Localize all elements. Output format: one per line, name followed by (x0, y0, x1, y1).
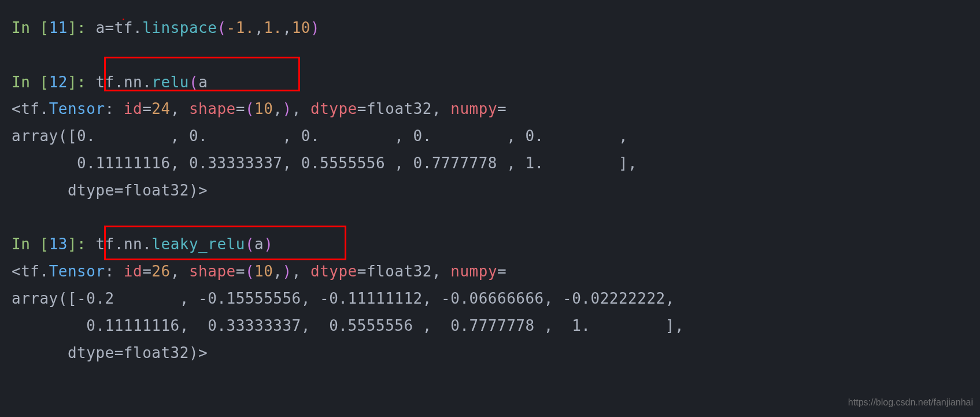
output-12-line1: <tf.Tensor: id=24, shape=(10,), dtype=fl… (12, 95, 968, 123)
blank-line (12, 42, 968, 69)
dot: . (142, 235, 151, 253)
output-12-line4: dtype=float32)> (12, 177, 968, 204)
dot: . (142, 73, 151, 91)
prompt-number: 11 (49, 19, 68, 36)
prompt-in: In [ (12, 235, 49, 253)
prompt-end: ]: (68, 73, 95, 91)
prompt-number: 12 (49, 73, 68, 91)
prompt-number: 13 (49, 235, 68, 253)
nn-module: nn (124, 235, 142, 253)
nn-module: nn (124, 73, 142, 91)
input-cell-12[interactable]: In [12]: tf.nn.relu(a (12, 69, 968, 96)
input-cell-11[interactable]: In [11]: a=tf.linspace(-1.,1.,10) (12, 14, 968, 42)
var-a: a (95, 19, 105, 36)
output-13-line4: dtype=float32)> (12, 339, 968, 367)
equals-op: = (105, 19, 114, 36)
relu-func: relu (151, 73, 189, 91)
comma: , (254, 19, 264, 36)
arg-a: a (198, 73, 208, 91)
tf-module: tf (95, 235, 114, 253)
linspace-func: linspace (142, 19, 217, 36)
blank-line (12, 204, 968, 231)
tf-module: tf (95, 73, 114, 91)
open-paren: ( (189, 73, 198, 91)
prompt-in: In [ (12, 73, 49, 91)
output-12-line2: array([0. , 0. , 0. , 0. , 0. , (12, 123, 968, 150)
dot: . (114, 235, 124, 253)
arg-1: 1. (264, 19, 282, 36)
arg-a: a (254, 235, 264, 253)
cursor-dot: . (120, 8, 127, 26)
watermark: https://blog.csdn.net/fanjianhai (848, 394, 973, 411)
output-13-line1: <tf.Tensor: id=26, shape=(10,), dtype=fl… (12, 258, 968, 285)
dot: . (133, 19, 142, 36)
output-13-line3: 0.11111116, 0.33333337, 0.5555556 , 0.77… (12, 312, 968, 339)
leaky-relu-func: leaky_relu (151, 235, 245, 253)
arg-10: 10 (292, 19, 310, 36)
output-12-line3: 0.11111116, 0.33333337, 0.5555556 , 0.77… (12, 150, 968, 177)
open-paren: ( (217, 19, 226, 36)
prompt-in: In [ (12, 19, 49, 36)
input-cell-13[interactable]: In [13]: tf.nn.leaky_relu(a) (12, 231, 968, 258)
prompt-end: ]: (68, 19, 95, 36)
comma: , (283, 19, 292, 36)
open-paren: ( (245, 235, 254, 253)
dot: . (114, 73, 124, 91)
close-paren: ) (310, 19, 320, 36)
close-paren: ) (264, 235, 273, 253)
prompt-end: ]: (68, 235, 95, 253)
output-13-line2: array([-0.2 , -0.15555556, -0.11111112, … (12, 285, 968, 312)
arg-neg1: -1. (227, 19, 254, 36)
